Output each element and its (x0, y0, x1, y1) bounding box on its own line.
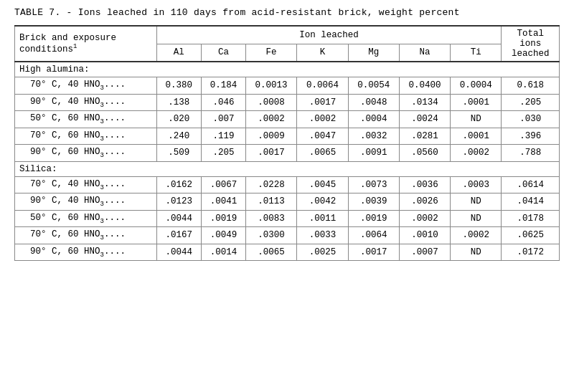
col-k: K (297, 44, 348, 62)
condition-cell: 70° C, 40 HNO3.... (15, 176, 157, 193)
value-cell: .0010 (399, 227, 450, 244)
table-row: 50° C, 60 HNO3.....0044.0019.0083.0011.0… (15, 210, 560, 227)
value-cell: .0414 (502, 193, 560, 211)
value-cell: .0064 (348, 227, 399, 244)
section-label-row: Silica: (15, 161, 560, 176)
value-cell: .0017 (297, 94, 348, 111)
value-cell: ND (451, 193, 502, 211)
value-cell: .205 (201, 145, 245, 162)
value-cell: .0162 (156, 176, 201, 193)
value-cell: .0123 (156, 193, 201, 211)
value-cell: .240 (156, 128, 201, 145)
value-cell: .0073 (348, 176, 399, 193)
condition-cell: 90° C, 40 HNO3.... (15, 193, 157, 211)
total-header: Total ions leached (502, 26, 560, 62)
value-cell: .0002 (245, 111, 296, 128)
value-cell: .0041 (201, 193, 245, 211)
value-cell: .030 (502, 111, 560, 128)
col-al: Al (156, 44, 201, 62)
condition-cell: 70° C, 40 HNO3.... (15, 77, 157, 95)
col-mg: Mg (348, 44, 399, 62)
value-cell: .0001 (451, 94, 502, 111)
value-cell: .788 (502, 145, 560, 162)
value-cell: .0614 (502, 176, 560, 193)
value-cell: .138 (156, 94, 201, 111)
page-title: TABLE 7. - Ions leached in 110 days from… (14, 7, 560, 18)
value-cell: .0017 (348, 244, 399, 261)
value-cell: .046 (201, 94, 245, 111)
value-cell: ND (451, 210, 502, 227)
table-row: 70° C, 40 HNO3.....0162.0067.0228.0045.0… (15, 176, 560, 193)
value-cell: .0044 (156, 244, 201, 261)
table-row: 50° C, 60 HNO3.....020.007.0002.0002.000… (15, 111, 560, 128)
value-cell: .007 (201, 111, 245, 128)
value-cell: .0032 (348, 128, 399, 145)
value-cell: .0067 (201, 176, 245, 193)
value-cell: .396 (502, 128, 560, 145)
value-cell: .0019 (201, 210, 245, 227)
table-row: 90° C, 40 HNO3.....138.046.0008.0017.004… (15, 94, 560, 111)
col-fe: Fe (245, 44, 296, 62)
value-cell: ND (451, 244, 502, 261)
value-cell: .119 (201, 128, 245, 145)
value-cell: .0045 (297, 176, 348, 193)
section-label-row: High alumina: (15, 62, 560, 77)
value-cell: .0091 (348, 145, 399, 162)
value-cell: .0002 (451, 145, 502, 162)
value-cell: .0024 (399, 111, 450, 128)
col-ca: Ca (201, 44, 245, 62)
value-cell: .0009 (245, 128, 296, 145)
value-cell: 0.0064 (297, 77, 348, 95)
value-cell: .0228 (245, 176, 296, 193)
value-cell: .0002 (297, 111, 348, 128)
value-cell: 0.0013 (245, 77, 296, 95)
value-cell: .0025 (297, 244, 348, 261)
table-row: 90° C, 40 HNO3.....0123.0041.0113.0042.0… (15, 193, 560, 211)
condition-cell: 90° C, 40 HNO3.... (15, 94, 157, 111)
value-cell: .0036 (399, 176, 450, 193)
value-cell: .0001 (451, 128, 502, 145)
value-cell: .0002 (451, 227, 502, 244)
value-cell: .0625 (502, 227, 560, 244)
col-na: Na (399, 44, 450, 62)
value-cell: .509 (156, 145, 201, 162)
value-cell: .0048 (348, 94, 399, 111)
value-cell: .0300 (245, 227, 296, 244)
value-cell: .0007 (399, 244, 450, 261)
condition-cell: 50° C, 60 HNO3.... (15, 210, 157, 227)
value-cell: .0172 (502, 244, 560, 261)
col-ti: Ti (451, 44, 502, 62)
col1-header: Brick and exposure conditions1 (15, 26, 157, 62)
value-cell: .0083 (245, 210, 296, 227)
condition-cell: 50° C, 60 HNO3.... (15, 111, 157, 128)
table-row: 90° C, 60 HNO3.....0044.0014.0065.0025.0… (15, 244, 560, 261)
value-cell: .0049 (201, 227, 245, 244)
value-cell: .0281 (399, 128, 450, 145)
value-cell: .0026 (399, 193, 450, 211)
table-row: 70° C, 60 HNO3.....240.119.0009.0047.003… (15, 128, 560, 145)
value-cell: 0.618 (502, 77, 560, 95)
value-cell: .0019 (348, 210, 399, 227)
value-cell: 0.0054 (348, 77, 399, 95)
value-cell: .0004 (348, 111, 399, 128)
value-cell: .0134 (399, 94, 450, 111)
value-cell: .0039 (348, 193, 399, 211)
value-cell: .0033 (297, 227, 348, 244)
value-cell: .0011 (297, 210, 348, 227)
value-cell: .0178 (502, 210, 560, 227)
value-cell: .0008 (245, 94, 296, 111)
value-cell: .020 (156, 111, 201, 128)
condition-cell: 70° C, 60 HNO3.... (15, 227, 157, 244)
header-row-1: Brick and exposure conditions1 Ion leach… (15, 26, 560, 44)
value-cell: 0.0004 (451, 77, 502, 95)
value-cell: .0042 (297, 193, 348, 211)
ion-leached-header: Ion leached (156, 26, 502, 44)
value-cell: .0014 (201, 244, 245, 261)
value-cell: .0003 (451, 176, 502, 193)
condition-cell: 90° C, 60 HNO3.... (15, 145, 157, 162)
table-row: 70° C, 60 HNO3.....0167.0049.0300.0033.0… (15, 227, 560, 244)
value-cell: .0044 (156, 210, 201, 227)
value-cell: ND (451, 111, 502, 128)
table-row: 90° C, 60 HNO3.....509.205.0017.0065.009… (15, 145, 560, 162)
value-cell: .0113 (245, 193, 296, 211)
